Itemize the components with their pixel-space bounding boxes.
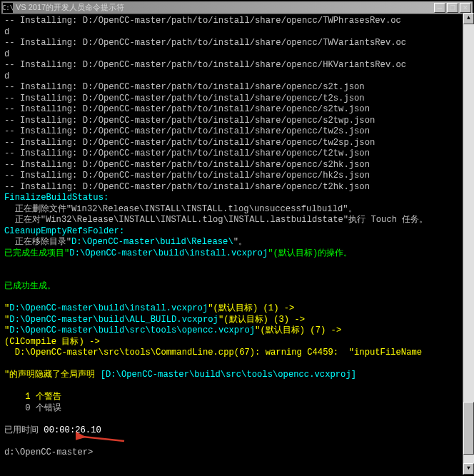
window-controls: ─ ❐ ✕ xyxy=(434,3,471,13)
scroll-up-button[interactable]: ▲ xyxy=(463,13,474,24)
scroll-down-button[interactable]: ▼ xyxy=(463,463,474,475)
vertical-scrollbar[interactable]: ▲ ▼ xyxy=(463,13,474,475)
minimize-button[interactable]: ─ xyxy=(434,3,445,13)
terminal-output[interactable]: -- Installing: D:/OpenCC-master/path/to/… xyxy=(1,14,473,475)
scroll-track[interactable] xyxy=(463,24,474,463)
maximize-button[interactable]: ❐ xyxy=(447,3,458,13)
command-prompt-window: C:\ VS 2017的开发人员命令提示符 ─ ❐ ✕ -- Installin… xyxy=(0,0,474,476)
cmd-icon: C:\ xyxy=(3,3,13,13)
scroll-thumb[interactable] xyxy=(463,402,474,455)
command-prompt: d:\OpenCC-master> xyxy=(4,447,93,457)
window-title: VS 2017的开发人员命令提示符 xyxy=(16,2,434,13)
close-button[interactable]: ✕ xyxy=(460,3,471,13)
titlebar: C:\ VS 2017的开发人员命令提示符 ─ ❐ ✕ xyxy=(1,1,473,14)
